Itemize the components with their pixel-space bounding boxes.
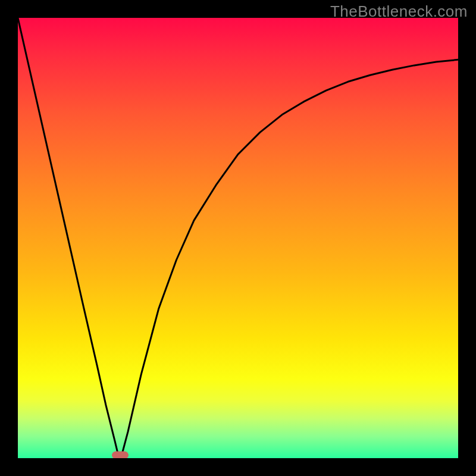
gradient-background bbox=[18, 18, 458, 458]
min-marker bbox=[112, 451, 129, 458]
plot-area bbox=[18, 18, 458, 458]
chart-frame: TheBottleneck.com bbox=[0, 0, 476, 476]
